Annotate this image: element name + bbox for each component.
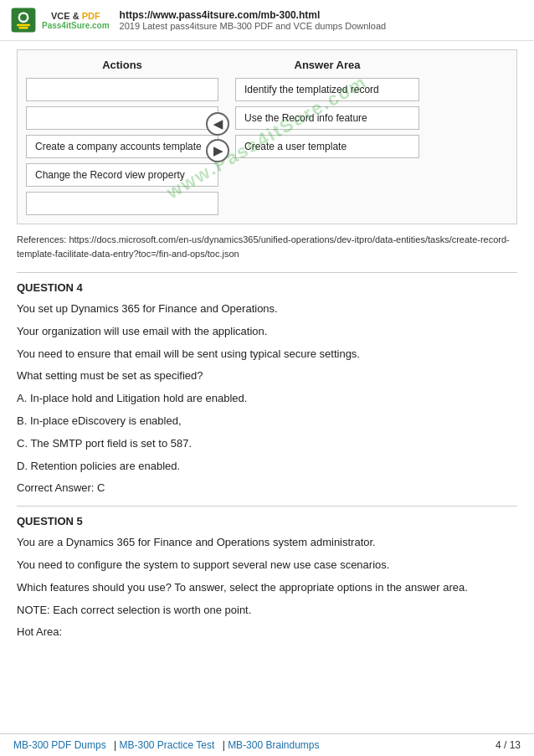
logo-brand: Pass4itSure.com [42, 21, 110, 30]
q5-p2: You need to configure the system to supp… [17, 557, 517, 574]
action-items-list: Create a company accounts template Chang… [26, 78, 218, 215]
q4-p6: B. In-place eDiscovery is enabled, [17, 413, 517, 430]
diagram-area: www.Pass4itSure.com Actions Create a com… [17, 49, 517, 224]
action-item-empty-3 [26, 192, 218, 215]
logo-icon [10, 7, 37, 33]
divider-1 [17, 272, 517, 273]
actions-column: Actions Create a company accounts templa… [26, 59, 218, 215]
logo-vce: VCE [51, 11, 70, 21]
right-arrow-button[interactable]: ▶ [206, 139, 229, 162]
references-label: References: [17, 234, 66, 244]
answer-item-user-template: Create a user template [235, 135, 419, 158]
answer-item-identify: Identify the templatized record [235, 78, 419, 101]
q4-correct-answer: Correct Answer: C [17, 480, 517, 497]
q5-p4: NOTE: Each correct selection is worth on… [17, 602, 517, 620]
q5-p1: You are a Dynamics 365 for Finance and O… [17, 534, 517, 552]
header-url: https://www.pass4itsure.com/mb-300.html [120, 9, 387, 21]
footer-link-braindumps[interactable]: MB-300 Braindumps [228, 739, 319, 751]
action-item-empty-1 [26, 78, 218, 101]
q5-p3: Which features should you use? To answer… [17, 579, 517, 597]
question-5-text: You are a Dynamics 365 for Finance and O… [17, 534, 517, 641]
question-5-block: QUESTION 5 You are a Dynamics 365 for Fi… [17, 515, 517, 641]
q5-p5: Hot Area: [17, 624, 517, 641]
header-desc: 2019 Latest pass4itsure MB-300 PDF and V… [120, 21, 387, 31]
answer-items-list: Identify the templatized record Use the … [235, 78, 419, 158]
arrows-overlay: ◀ ▶ [206, 112, 229, 162]
question-4-block: QUESTION 4 You set up Dynamics 365 for F… [17, 281, 517, 497]
answer-column: Answer Area Identify the templatized rec… [235, 59, 419, 215]
q4-p4: What setting must be set as specified? [17, 368, 517, 385]
footer-page-number: 4 / 13 [495, 739, 521, 751]
left-arrow-button[interactable]: ◀ [206, 112, 229, 136]
action-item-empty-2 [26, 106, 218, 130]
question-4-text: You set up Dynamics 365 for Finance and … [17, 301, 517, 497]
q4-p8: D. Retention policies are enabled. [17, 458, 517, 476]
q4-p7: C. The SMTP port field is set to 587. [17, 435, 517, 453]
diagram-columns: Actions Create a company accounts templa… [26, 59, 508, 215]
answer-item-record-info: Use the Record info feature [235, 106, 419, 130]
logo-pdf: PDF [82, 11, 100, 21]
logo-top: VCE & PDF [51, 11, 100, 21]
footer-separator-1: | [114, 739, 119, 751]
svg-rect-4 [18, 27, 28, 28]
main-content: www.Pass4itSure.com Actions Create a com… [0, 41, 534, 680]
svg-rect-3 [17, 24, 30, 26]
page-footer: MB-300 PDF Dumps | MB-300 Practice Test … [0, 733, 534, 756]
question-5-number: QUESTION 5 [17, 515, 517, 527]
q4-p3: You need to ensure that email will be se… [17, 346, 517, 363]
logo-amp: & [70, 11, 82, 21]
svg-point-2 [20, 14, 27, 21]
q4-p2: Your organization will use email with th… [17, 323, 517, 341]
question-4-number: QUESTION 4 [17, 281, 517, 294]
references-text: https://docs.microsoft.com/en-us/dynamic… [17, 234, 510, 259]
action-item-record-view: Change the Record view property [26, 163, 218, 187]
q4-p5: A. In-place hold and Litigation hold are… [17, 390, 517, 408]
q4-p1: You set up Dynamics 365 for Finance and … [17, 301, 517, 318]
footer-links: MB-300 PDF Dumps | MB-300 Practice Test … [13, 739, 325, 751]
logo-text: VCE & PDF Pass4itSure.com [42, 11, 110, 30]
action-item-company: Create a company accounts template [26, 135, 218, 158]
divider-2 [17, 506, 517, 507]
footer-link-practice-test[interactable]: MB-300 Practice Test [120, 739, 215, 751]
page-header: VCE & PDF Pass4itSure.com https://www.pa… [0, 0, 534, 41]
logo: VCE & PDF Pass4itSure.com [10, 7, 110, 33]
references: References: https://docs.microsoft.com/e… [17, 233, 517, 260]
header-text: https://www.pass4itsure.com/mb-300.html … [120, 9, 387, 31]
actions-header: Actions [26, 59, 218, 71]
answer-header: Answer Area [235, 59, 419, 71]
footer-link-pdf-dumps[interactable]: MB-300 PDF Dumps [13, 739, 106, 751]
